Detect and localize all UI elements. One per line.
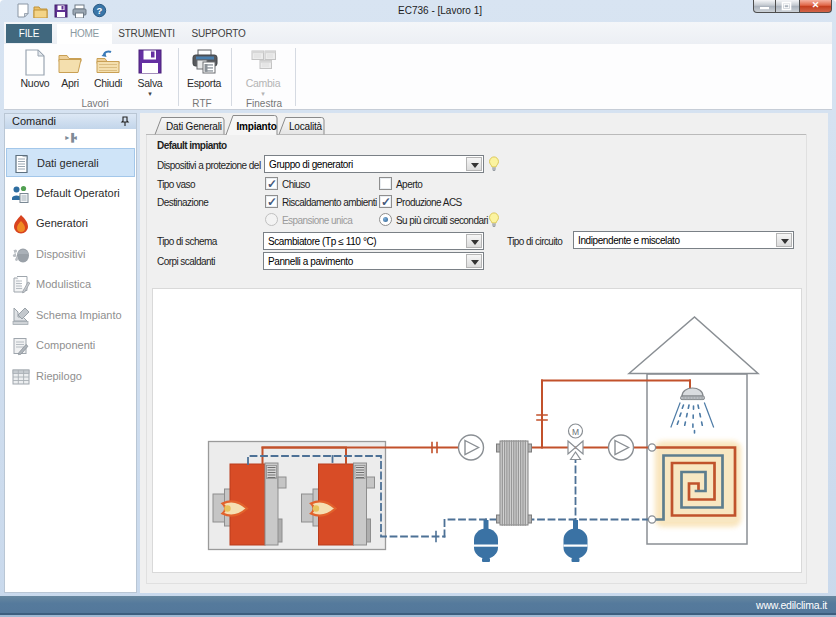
svg-text:Dati Generali: Dati Generali xyxy=(166,121,222,132)
svg-text:Impianto: Impianto xyxy=(237,121,277,132)
svg-text:M: M xyxy=(572,427,579,437)
svg-text:?: ? xyxy=(97,5,103,16)
svg-text:Località: Località xyxy=(289,121,323,132)
